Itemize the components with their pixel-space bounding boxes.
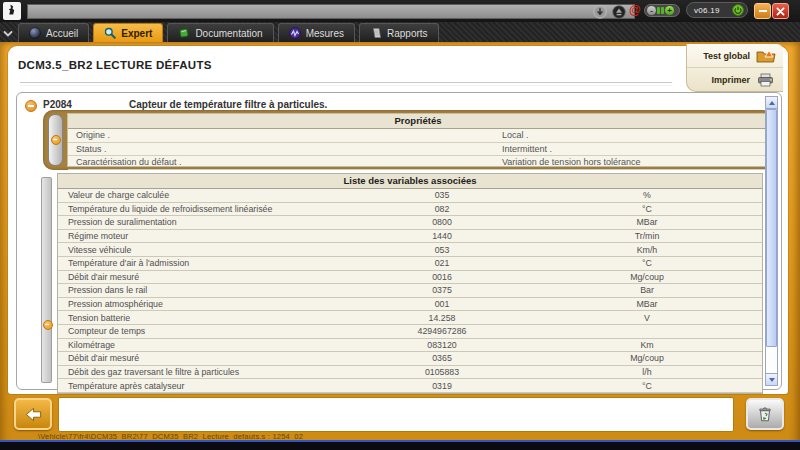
diagnostic-app-window: @ - + v06.19 AccueilExpertDocumentationM…: [0, 0, 800, 450]
variable-value: 082: [352, 204, 532, 214]
variable-unit: Mg/coup: [532, 353, 762, 363]
fault-description: Capteur de température filtre à particul…: [129, 99, 327, 110]
variable-name: Vitesse véhicule: [58, 245, 352, 255]
minimize-icon: [759, 10, 767, 12]
variable-value: 4294967286: [352, 326, 532, 336]
variable-row: Débit d'air mesuré0365Mg/coup: [58, 352, 762, 366]
message-area[interactable]: [58, 397, 734, 432]
variable-row: Température d'air à l'admission021°C: [58, 257, 762, 271]
variable-row: Débit d'air mesuré0016Mg/coup: [58, 271, 762, 285]
variable-name: Débit des gaz traversant le filtre à par…: [58, 367, 352, 377]
tab-label: Rapports: [387, 28, 428, 39]
variable-name: Pression de suralimentation: [58, 217, 352, 227]
bottom-bar: [0, 440, 800, 450]
collapse-properties-icon[interactable]: [51, 135, 61, 145]
zoom-out-button[interactable]: -: [647, 6, 656, 15]
variable-name: Valeur de charge calculée: [58, 190, 352, 200]
variable-value: 021: [352, 258, 532, 268]
property-row: Status .Intermittent .: [68, 143, 768, 157]
version-label: v06.19: [694, 6, 720, 15]
variable-unit: V: [532, 313, 762, 323]
property-row: Caractérisation du défaut .Variation de …: [68, 156, 768, 170]
tab-expert[interactable]: Expert: [93, 23, 163, 42]
title-separator: [20, 82, 672, 86]
folder-warning-icon: [756, 49, 776, 63]
scroll-down-button[interactable]: [766, 373, 777, 385]
tab-accueil[interactable]: Accueil: [18, 23, 89, 42]
fault-code: P2084: [43, 99, 72, 110]
zoom-control[interactable]: - +: [644, 4, 680, 17]
at-icon[interactable]: @: [629, 3, 641, 17]
page-title: DCM3.5_BR2 LECTURE DÉFAUTS: [18, 59, 212, 71]
variables-table-title: Liste des variables associées: [58, 174, 762, 189]
title-bar: @ - + v06.19: [0, 0, 800, 22]
variable-value: 0800: [352, 217, 532, 227]
tab-rapports[interactable]: Rapports: [359, 23, 439, 42]
variables-table: Liste des variables associées Valeur de …: [57, 173, 763, 394]
tab-mesures[interactable]: Mesures: [278, 23, 355, 42]
titlebar-field: [27, 4, 635, 19]
variable-row: Température après catalyseur0319°C: [58, 379, 762, 393]
variable-value: 0365: [352, 353, 532, 363]
tab-label: Accueil: [46, 28, 78, 39]
variable-value: 083120: [352, 340, 532, 350]
report-icon: [370, 27, 382, 39]
zoom-level-bar: [661, 7, 664, 14]
close-button[interactable]: [772, 3, 789, 19]
power-icon[interactable]: [732, 4, 744, 16]
variable-row: Pression de suralimentation0800MBar: [58, 216, 762, 230]
collapse-variables-icon[interactable]: [43, 320, 53, 330]
variable-row: Température du liquide de refroidissemen…: [58, 203, 762, 217]
zoom-level-bar: [657, 7, 660, 14]
test-global-button[interactable]: Test global: [687, 44, 783, 68]
eject-icon[interactable]: [611, 4, 626, 19]
download-icon[interactable]: [592, 4, 607, 19]
minimize-button[interactable]: [754, 3, 771, 19]
variable-unit: Tr/min: [532, 231, 762, 241]
scroll-down-icon: [769, 378, 775, 382]
variable-value: 14.258: [352, 313, 532, 323]
peugeot-logo: [3, 2, 21, 20]
tab-documentation[interactable]: Documentation: [167, 23, 273, 42]
scroll-up-icon: [769, 101, 775, 105]
property-label: Caractérisation du défaut .: [68, 157, 502, 167]
variable-name: Tension batterie: [58, 313, 352, 323]
variable-unit: Bar: [532, 285, 762, 295]
variable-row: Tension batterie14.258V: [58, 311, 762, 325]
vertical-scrollbar[interactable]: [765, 96, 778, 386]
magnifier-icon: [104, 27, 116, 39]
version-indicator: v06.19: [686, 2, 748, 18]
back-button[interactable]: [14, 398, 52, 430]
variable-row: Kilométrage083120Km: [58, 339, 762, 353]
variable-value: 0016: [352, 272, 532, 282]
print-label: Imprimer: [711, 75, 750, 85]
scroll-up-button[interactable]: [766, 97, 777, 109]
variable-name: Température d'air à l'admission: [58, 258, 352, 268]
test-global-label: Test global: [703, 51, 750, 61]
clear-faults-button[interactable]: [746, 398, 784, 430]
variable-value: 053: [352, 245, 532, 255]
print-button[interactable]: Imprimer: [687, 68, 783, 91]
tab-label: Documentation: [195, 28, 262, 39]
variable-unit: Km: [532, 340, 762, 350]
variable-row: Débit des gaz traversant le filtre à par…: [58, 366, 762, 380]
variable-unit: MBar: [532, 299, 762, 309]
fault-panel: P2084 Capteur de température filtre à pa…: [16, 92, 782, 390]
variable-name: Débit d'air mesuré: [58, 353, 352, 363]
collapse-fault-icon[interactable]: [25, 100, 37, 112]
variable-unit: °C: [532, 381, 762, 391]
variable-unit: °C: [532, 204, 762, 214]
property-value: Local .: [502, 130, 768, 140]
variables-side-strip[interactable]: [41, 177, 52, 383]
zoom-in-button[interactable]: +: [665, 6, 674, 15]
home-icon: [29, 27, 41, 39]
variable-value: 1440: [352, 231, 532, 241]
scrollbar-thumb[interactable]: [766, 109, 777, 347]
variable-value: 035: [352, 190, 532, 200]
lion-icon: [5, 2, 19, 20]
property-label: Origine .: [68, 130, 502, 140]
variable-unit: %: [532, 190, 762, 200]
trash-icon: [756, 405, 774, 423]
properties-side-button[interactable]: [48, 114, 63, 166]
variable-unit: l/h: [532, 367, 762, 377]
